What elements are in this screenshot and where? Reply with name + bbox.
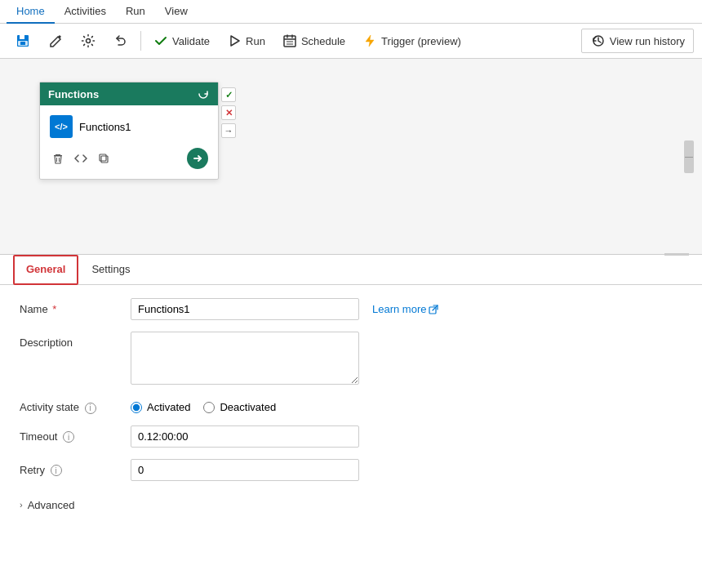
- svg-line-21: [433, 305, 438, 310]
- description-label: Description: [20, 332, 118, 349]
- form-area: Name * Learn more Description Activit: [0, 285, 702, 531]
- description-row: Description: [20, 332, 682, 385]
- svg-rect-1: [20, 35, 24, 39]
- activity-state-radio-group: Activated Deactivated: [131, 396, 276, 413]
- activity-state-info-icon[interactable]: i: [85, 403, 96, 414]
- name-row: Name * Learn more: [20, 298, 682, 320]
- toolbar-separator: [140, 31, 141, 51]
- menu-home[interactable]: Home: [7, 0, 55, 24]
- activated-radio[interactable]: [131, 402, 142, 413]
- schedule-button[interactable]: Schedule: [275, 29, 352, 52]
- schedule-icon: [282, 33, 298, 49]
- retry-row: Retry i: [20, 459, 682, 481]
- retry-info-icon[interactable]: i: [51, 465, 62, 476]
- validate-icon: [153, 33, 169, 49]
- validate-button[interactable]: Validate: [146, 29, 216, 52]
- save-icon: [15, 33, 31, 49]
- retry-input[interactable]: [131, 459, 359, 481]
- functions-item-label: Functions1: [79, 121, 131, 133]
- view-run-history-button[interactable]: View run history: [581, 29, 694, 53]
- trigger-button[interactable]: Trigger (preview): [355, 29, 468, 52]
- menu-view[interactable]: View: [155, 0, 198, 24]
- func-actions: [48, 145, 210, 172]
- toolbar: Validate Run Schedule Trig: [0, 24, 702, 59]
- functions-card-body: </> Functions1: [40, 105, 218, 179]
- timeout-input[interactable]: [131, 425, 359, 448]
- retry-label: Retry i: [20, 459, 118, 477]
- resize-handle[interactable]: [664, 253, 689, 256]
- pencil-icon: [47, 33, 64, 49]
- chevron-right-icon: ›: [20, 500, 23, 510]
- functions-code-icon: </>: [50, 115, 73, 138]
- svg-marker-5: [231, 36, 239, 46]
- collapse-handle[interactable]: —: [684, 140, 694, 173]
- card-side-indicators: ✓ ✕ →: [221, 87, 236, 138]
- menu-bar: Home Activities Run View: [0, 0, 702, 24]
- deactivated-radio-label[interactable]: Deactivated: [203, 401, 276, 413]
- undo-button[interactable]: [106, 29, 136, 52]
- timeout-row: Timeout i: [20, 425, 682, 448]
- tab-bar: General Settings: [0, 255, 702, 285]
- svg-rect-14: [56, 154, 60, 155]
- functions-item[interactable]: </> Functions1: [48, 112, 210, 141]
- card-close-btn[interactable]: ✕: [221, 105, 236, 120]
- bottom-panel: General Settings Name * Learn more Descr…: [0, 255, 702, 531]
- functions-card-title: Functions: [48, 88, 99, 100]
- card-check-btn[interactable]: ✓: [221, 87, 236, 102]
- svg-marker-12: [366, 35, 374, 47]
- view-run-history-label: View run history: [610, 35, 685, 47]
- activity-state-row: Activity state i Activated Deactivated: [20, 396, 682, 414]
- deactivated-radio[interactable]: [203, 402, 215, 413]
- tab-settings[interactable]: Settings: [78, 255, 143, 285]
- activated-radio-label[interactable]: Activated: [131, 401, 190, 413]
- undo-icon: [113, 33, 129, 49]
- history-icon: [590, 33, 606, 49]
- svg-point-4: [87, 39, 91, 43]
- schedule-label: Schedule: [301, 35, 345, 47]
- copy-icon[interactable]: [96, 150, 112, 167]
- trigger-icon: [362, 33, 378, 49]
- activity-state-label: Activity state i: [20, 396, 118, 414]
- advanced-section[interactable]: › Advanced: [20, 492, 682, 518]
- svg-rect-19: [100, 154, 106, 161]
- external-link-icon: [429, 305, 438, 314]
- save-button[interactable]: [8, 29, 38, 52]
- code-icon[interactable]: [73, 150, 89, 167]
- advanced-label: Advanced: [28, 499, 75, 511]
- delete-icon[interactable]: [50, 150, 66, 167]
- name-input[interactable]: [131, 298, 359, 320]
- canvas-area: Functions </> Functions1: [0, 59, 702, 255]
- menu-run[interactable]: Run: [116, 0, 155, 24]
- settings-button[interactable]: [73, 29, 103, 52]
- functions-card[interactable]: Functions </> Functions1: [39, 82, 219, 180]
- gear-icon: [80, 33, 96, 49]
- name-label: Name *: [20, 298, 118, 315]
- run-icon: [226, 33, 242, 49]
- required-star: *: [50, 303, 57, 315]
- functions-card-header: Functions: [40, 82, 218, 105]
- card-arrow-btn[interactable]: →: [221, 123, 236, 138]
- learn-more-link[interactable]: Learn more: [372, 298, 438, 315]
- svg-rect-3: [20, 42, 25, 45]
- navigate-icon[interactable]: [187, 148, 208, 169]
- description-input[interactable]: [131, 332, 359, 385]
- run-button[interactable]: Run: [220, 29, 272, 52]
- run-label: Run: [246, 35, 265, 47]
- tab-general[interactable]: General: [13, 255, 78, 285]
- validate-label: Validate: [172, 35, 210, 47]
- timeout-label: Timeout i: [20, 425, 118, 443]
- menu-activities[interactable]: Activities: [55, 0, 116, 24]
- trigger-label: Trigger (preview): [381, 35, 461, 47]
- timeout-info-icon[interactable]: i: [63, 431, 74, 443]
- svg-rect-18: [101, 156, 108, 163]
- refresh-icon: [197, 87, 210, 100]
- edit-button[interactable]: [41, 29, 70, 52]
